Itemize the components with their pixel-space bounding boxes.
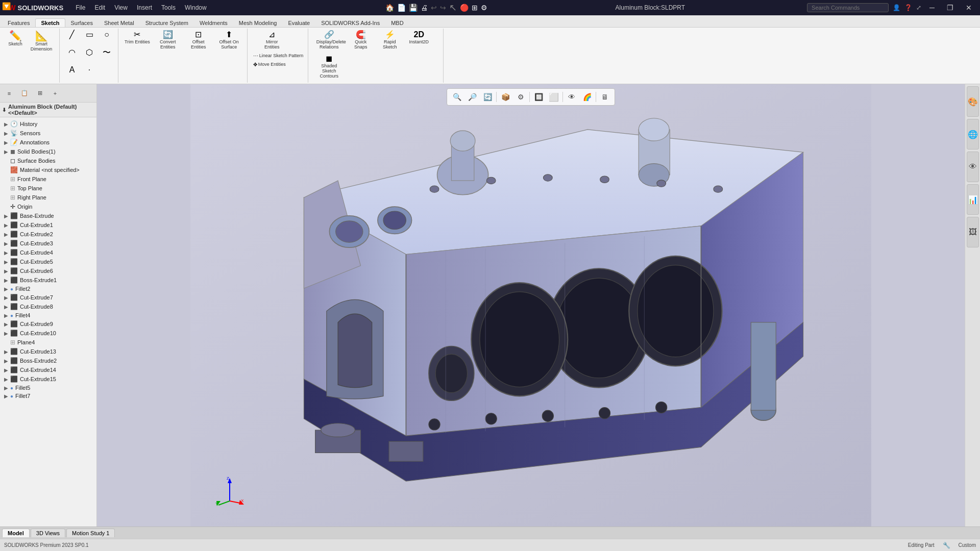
menu-insert[interactable]: Insert bbox=[133, 3, 156, 12]
menu-window[interactable]: Window bbox=[181, 3, 211, 12]
close-btn[interactable]: ✕ bbox=[962, 3, 976, 13]
text-btn[interactable]: A bbox=[64, 65, 80, 75]
tree-item-cut-extrude9[interactable]: ▶ ⬛ Cut-Extrude9 bbox=[0, 319, 96, 329]
view-settings-btn[interactable]: ⚙ bbox=[514, 90, 527, 104]
menu-view[interactable]: View bbox=[110, 3, 132, 12]
tree-item-base-extrude[interactable]: ▶ ⬛ Base-Extrude bbox=[0, 211, 96, 220]
standard-views-btn[interactable]: 🔲 bbox=[532, 90, 545, 104]
tree-item-cut-extrude3[interactable]: ▶ ⬛ Cut-Extrude3 bbox=[0, 239, 96, 248]
linear-pattern-btn[interactable]: ⋯ Linear Sketch Pattern bbox=[252, 52, 305, 60]
circle-btn[interactable]: ○ bbox=[99, 30, 115, 40]
redo-btn[interactable]: ↪ bbox=[440, 4, 446, 12]
spline-btn[interactable]: 〜 bbox=[99, 47, 115, 58]
section-view-btn[interactable]: 📦 bbox=[499, 90, 512, 104]
select-btn[interactable]: ↖ bbox=[449, 2, 457, 13]
tab-mbd[interactable]: MBD bbox=[385, 18, 409, 27]
point-btn[interactable]: · bbox=[81, 65, 97, 75]
appearance-btn[interactable]: 🌈 bbox=[580, 90, 594, 104]
trim-entities-btn[interactable]: ✂ Trim Entities bbox=[122, 30, 152, 51]
cube-btn[interactable]: ⬜ bbox=[547, 90, 560, 104]
tab-weldments[interactable]: Weldments bbox=[194, 18, 233, 27]
tree-item-cut-extrude2[interactable]: ▶ ⬛ Cut-Extrude2 bbox=[0, 230, 96, 239]
convert-entities-btn[interactable]: 🔄 Convert Entities bbox=[153, 30, 183, 51]
feature-tree[interactable]: ▶ 🕐 History ▶ 📡 Sensors ▶ 📝 Annotations … bbox=[0, 117, 96, 527]
tree-item-sensors[interactable]: ▶ 📡 Sensors bbox=[0, 129, 96, 138]
mirror-entities-btn[interactable]: ⊿ Mirror Entities bbox=[252, 30, 292, 51]
tree-item-fillet2[interactable]: ▶ ● Fillet2 bbox=[0, 285, 96, 293]
maximize-btn[interactable]: ❐ bbox=[943, 3, 958, 13]
tree-item-history[interactable]: ▶ 🕐 History bbox=[0, 119, 96, 129]
tab-model[interactable]: Model bbox=[2, 529, 30, 537]
options-btn[interactable]: ⚙ bbox=[481, 4, 487, 12]
rebuild-btn[interactable]: 🔴 bbox=[460, 4, 469, 12]
offset-entities-btn[interactable]: ⊡ Offset Entities bbox=[184, 30, 213, 51]
tree-item-cut-extrude1[interactable]: ▶ ⬛ Cut-Extrude1 bbox=[0, 220, 96, 230]
user-icon[interactable]: 👤 bbox=[893, 4, 900, 11]
tree-item-surface-bodies[interactable]: ◻ Surface Bodies bbox=[0, 156, 96, 165]
tree-item-right-plane[interactable]: ⊞ Right Plane bbox=[0, 193, 96, 202]
menu-tools[interactable]: Tools bbox=[157, 3, 180, 12]
help-icon[interactable]: ❓ bbox=[904, 4, 912, 11]
arc-btn[interactable]: ◠ bbox=[64, 47, 80, 58]
tree-item-cut-extrude14[interactable]: ▶ ⬛ Cut-Extrude14 bbox=[0, 365, 96, 374]
tab-features[interactable]: Features bbox=[2, 18, 35, 27]
tree-item-fillet4[interactable]: ▶ ● Fillet4 bbox=[0, 311, 96, 319]
menu-edit[interactable]: Edit bbox=[90, 3, 109, 12]
print-btn[interactable]: 🖨 bbox=[421, 4, 428, 12]
tab-mesh-modeling[interactable]: Mesh Modeling bbox=[233, 18, 283, 27]
tree-item-cut-extrude15[interactable]: ▶ ⬛ Cut-Extrude15 bbox=[0, 374, 96, 384]
tab-sheet-metal[interactable]: Sheet Metal bbox=[99, 18, 140, 27]
zoom-to-fit-btn[interactable]: 🔍 bbox=[450, 90, 463, 104]
viewport[interactable]: 🔍 🔎 🔄 📦 ⚙ 🔲 ⬜ 👁 🌈 🖥 bbox=[97, 84, 965, 527]
tab-solidworks-add-ins[interactable]: SOLIDWORKS Add-Ins bbox=[315, 18, 385, 27]
dim-expert-btn[interactable]: + bbox=[48, 86, 62, 101]
move-entities-btn[interactable]: ✥ Move Entities bbox=[252, 61, 287, 68]
tab-3d-views[interactable]: 3D Views bbox=[31, 529, 65, 537]
tree-item-plane4[interactable]: ⊞ Plane4 bbox=[0, 338, 96, 347]
expand-icon[interactable]: ⤢ bbox=[916, 4, 921, 11]
display-style-btn[interactable]: 👁 bbox=[565, 90, 578, 104]
menu-file[interactable]: File bbox=[71, 3, 89, 12]
rapid-sketch-btn[interactable]: ⚡ Rapid Sketch bbox=[376, 30, 404, 51]
smart-dimension-btn[interactable]: 📐 Smart Dimension bbox=[27, 30, 56, 53]
view-palette-btn[interactable]: 🖼 bbox=[967, 217, 979, 247]
feature-manager-btn[interactable]: ≡ bbox=[2, 86, 16, 101]
tree-item-cut-extrude13[interactable]: ▶ ⬛ Cut-Extrude13 bbox=[0, 347, 96, 356]
tree-item-cut-extrude5[interactable]: ▶ ⬛ Cut-Extrude5 bbox=[0, 257, 96, 266]
tab-motion-study[interactable]: Motion Study 1 bbox=[66, 529, 115, 537]
shaded-contours-btn[interactable]: ◼ Shaded Sketch Contours bbox=[312, 54, 346, 80]
display-manager-btn[interactable]: 📊 bbox=[967, 184, 979, 215]
tree-item-boss-extrude2[interactable]: ▶ ⬛ Boss-Extrude2 bbox=[0, 356, 96, 365]
save-btn[interactable]: 💾 bbox=[409, 4, 418, 12]
sketch-btn[interactable]: ✏️ Sketch bbox=[5, 30, 26, 48]
tab-structure-system[interactable]: Structure System bbox=[140, 18, 194, 27]
new-file-btn[interactable]: 🏠 bbox=[385, 4, 394, 12]
quick-snaps-btn[interactable]: 🧲 Quick Snaps bbox=[347, 30, 375, 51]
offset-surface-btn[interactable]: ⬆ Offset On Surface bbox=[214, 30, 244, 51]
search-input[interactable] bbox=[807, 3, 889, 12]
configuration-manager-btn[interactable]: ⊞ bbox=[33, 86, 47, 101]
zoom-area-btn[interactable]: 🔎 bbox=[465, 90, 479, 104]
monitor-btn[interactable]: 🖥 bbox=[598, 90, 611, 104]
tab-evaluate[interactable]: Evaluate bbox=[282, 18, 315, 27]
tree-item-cut-extrude10[interactable]: ▶ ⬛ Cut-Extrude10 bbox=[0, 329, 96, 338]
tree-item-cut-extrude8[interactable]: ▶ ⬛ Cut-Extrude8 bbox=[0, 302, 96, 311]
appearance-panel-btn[interactable]: 🎨 bbox=[967, 86, 979, 117]
instant2d-btn[interactable]: 2D Instant2D bbox=[405, 30, 433, 46]
minimize-btn[interactable]: ─ bbox=[925, 3, 939, 13]
view-options-btn[interactable]: ⊞ bbox=[472, 4, 478, 12]
tree-item-fillet7[interactable]: ▶ ● Fillet7 bbox=[0, 392, 96, 400]
undo-btn[interactable]: ↩ bbox=[431, 4, 437, 12]
display-delete-relations-btn[interactable]: 🔗 Display/Delete Relations bbox=[312, 30, 346, 51]
tree-item-annotations[interactable]: ▶ 📝 Annotations bbox=[0, 138, 96, 147]
rotate-view-btn[interactable]: 🔄 bbox=[481, 90, 494, 104]
tree-item-fillet5[interactable]: ▶ ● Fillet5 bbox=[0, 384, 96, 392]
tab-sketch[interactable]: Sketch bbox=[35, 18, 65, 27]
property-manager-btn[interactable]: 📋 bbox=[17, 86, 32, 101]
tree-item-boss-extrude1[interactable]: ▶ ⬛ Boss-Extrude1 bbox=[0, 276, 96, 285]
tree-item-material[interactable]: 🧱 Material <not specified> bbox=[0, 165, 96, 174]
line-btn[interactable]: ╱ bbox=[64, 30, 80, 40]
tree-item-solid-bodies[interactable]: ▶ ◼ Solid Bodies(1) bbox=[0, 147, 96, 156]
realview-btn[interactable]: 👁 bbox=[967, 152, 979, 182]
tree-item-cut-extrude4[interactable]: ▶ ⬛ Cut-Extrude4 bbox=[0, 248, 96, 257]
